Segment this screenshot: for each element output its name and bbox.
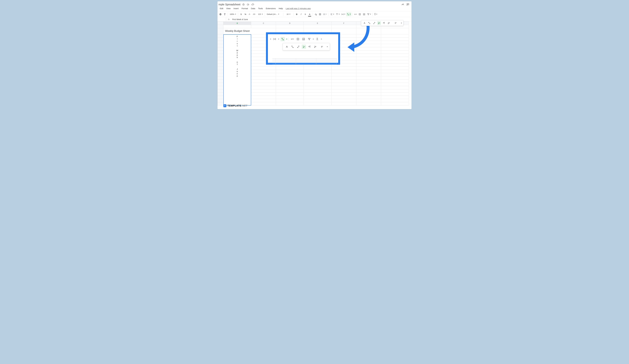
svg-rect-2 xyxy=(323,14,324,15)
insert-comment-icon[interactable] xyxy=(358,12,362,16)
svg-rect-3 xyxy=(324,14,325,15)
svg-text:A: A xyxy=(304,46,305,48)
callout-rotation-degree[interactable]: 0° xyxy=(319,46,325,48)
callout-rotation-stack-vertical-icon[interactable]: A xyxy=(302,45,306,49)
rotation-tilt-up-icon[interactable] xyxy=(367,21,371,25)
svg-text:A: A xyxy=(379,22,380,24)
callout-text-rotation-icon[interactable] xyxy=(281,37,285,41)
horizontal-align-icon[interactable] xyxy=(330,12,335,16)
menu-view[interactable]: View xyxy=(225,7,232,10)
last-edit-link[interactable]: Last edit was 2 minutes ago xyxy=(286,7,311,9)
callout-functions-icon[interactable]: Σ xyxy=(315,37,319,41)
watermark-suffix: .NET xyxy=(241,104,248,107)
comment-history-icon[interactable] xyxy=(406,3,410,6)
annotation-arrow xyxy=(345,22,372,53)
rotation-stack-vertical-icon[interactable]: A xyxy=(377,21,381,25)
svg-point-0 xyxy=(316,15,317,15)
callout-filter-icon[interactable] xyxy=(307,37,312,41)
print-icon[interactable] xyxy=(219,12,222,16)
toolbar: 100% $ % .0← .00→ 123 Default (Ari… 10 B… xyxy=(217,11,412,17)
text-wrap-icon[interactable] xyxy=(341,12,346,16)
fx-icon: fx xyxy=(226,18,231,20)
menu-edit[interactable]: Edit xyxy=(219,7,224,10)
text-rotation-icon[interactable] xyxy=(346,12,351,16)
col-header-D[interactable]: D xyxy=(276,22,304,25)
fill-color-icon[interactable] xyxy=(314,12,317,16)
decrease-decimal-icon[interactable]: .0← xyxy=(248,12,252,16)
callout-text-wrap-icon[interactable] xyxy=(273,37,277,41)
callout-rotation-panel: A 0° xyxy=(283,43,330,50)
menu-tools[interactable]: Tools xyxy=(257,7,264,10)
document-title[interactable]: mple Spreadsheet xyxy=(219,3,240,6)
callout-insert-chart-icon[interactable] xyxy=(302,37,306,41)
watermark: T TEMPLATE.NET xyxy=(223,104,248,107)
selected-cell[interactable]: First Week of June xyxy=(223,34,251,106)
cloud-icon[interactable] xyxy=(251,3,254,6)
merge-cells-icon[interactable] xyxy=(322,12,327,16)
zoom-dropdown[interactable]: 100% xyxy=(229,12,237,16)
callout-rotation-caret[interactable] xyxy=(327,46,328,47)
font-name: Default (Ari… xyxy=(267,13,277,15)
font-dropdown[interactable]: Default (Ari… xyxy=(266,12,282,16)
callout-rotation-tilt-down-icon[interactable] xyxy=(296,45,300,49)
callout-rotation-tilt-up-icon[interactable] xyxy=(290,45,295,49)
callout-insert-link-icon[interactable] xyxy=(290,37,295,41)
font-size-dropdown[interactable]: 10 xyxy=(285,12,293,16)
number-format-dropdown[interactable]: 123 xyxy=(257,12,264,16)
increase-decimal-icon[interactable]: .00→ xyxy=(252,12,257,16)
zoom-value: 100% xyxy=(230,13,234,15)
rotation-degree-caret[interactable] xyxy=(401,23,402,23)
rotation-rotate-up-icon[interactable] xyxy=(382,21,386,25)
callout-rotation-none-icon[interactable] xyxy=(285,45,289,49)
zoom-callout: Σ A 0° xyxy=(266,32,340,65)
col-header-C[interactable]: C xyxy=(251,22,276,25)
callout-insert-comment-icon[interactable] xyxy=(296,37,300,41)
rotation-tilt-down-icon[interactable] xyxy=(372,21,376,25)
star-icon[interactable] xyxy=(242,3,245,6)
filter-icon[interactable] xyxy=(366,12,371,16)
sheet-heading: Weekly Budget Sheet xyxy=(225,29,250,32)
text-rotation-panel: A 0° xyxy=(361,20,403,26)
font-size: 10 xyxy=(287,13,289,15)
rotation-rotate-down-icon[interactable] xyxy=(387,21,391,25)
menu-extensions[interactable]: Extensions xyxy=(265,7,277,10)
move-icon[interactable] xyxy=(247,3,250,6)
callout-caret xyxy=(270,39,271,39)
vertical-text: First Week of June xyxy=(224,34,251,78)
rotation-none-icon[interactable] xyxy=(363,21,366,25)
vertical-align-icon[interactable] xyxy=(335,12,340,16)
col-header-E[interactable]: E xyxy=(304,22,331,25)
title-bar: mple Spreadsheet xyxy=(217,1,412,6)
paint-format-icon[interactable] xyxy=(223,12,227,16)
borders-icon[interactable] xyxy=(318,12,322,16)
menu-bar: Edit View Insert Format Data Tools Exten… xyxy=(217,6,412,11)
callout-rotation-rotate-down-icon[interactable] xyxy=(313,45,317,49)
percent-icon[interactable]: % xyxy=(244,12,247,16)
insert-chart-icon[interactable] xyxy=(362,12,366,16)
callout-rotation-rotate-up-icon[interactable] xyxy=(307,45,312,49)
strikethrough-icon[interactable]: S xyxy=(304,12,307,16)
functions-icon[interactable]: Σ xyxy=(374,12,378,16)
menu-format[interactable]: Format xyxy=(240,7,249,10)
currency-icon[interactable]: $ xyxy=(239,12,243,16)
rotation-degree-input[interactable]: 0° xyxy=(392,22,400,24)
watermark-brand: TEMPLATE xyxy=(227,104,241,107)
formula-value[interactable]: First Week of June xyxy=(231,18,248,20)
italic-icon[interactable]: I xyxy=(299,12,303,16)
text-color-icon[interactable]: A xyxy=(308,12,312,16)
insert-link-icon[interactable] xyxy=(354,12,357,16)
menu-data[interactable]: Data xyxy=(250,7,256,10)
watermark-logo-icon: T xyxy=(223,104,226,107)
col-header-B[interactable]: B xyxy=(223,22,251,25)
menu-insert[interactable]: Insert xyxy=(232,7,240,10)
bold-icon[interactable]: B xyxy=(295,12,299,16)
name-box[interactable] xyxy=(217,17,226,21)
activity-icon[interactable] xyxy=(401,3,405,6)
menu-help[interactable]: Help xyxy=(278,7,284,10)
select-all-corner[interactable] xyxy=(218,22,223,25)
